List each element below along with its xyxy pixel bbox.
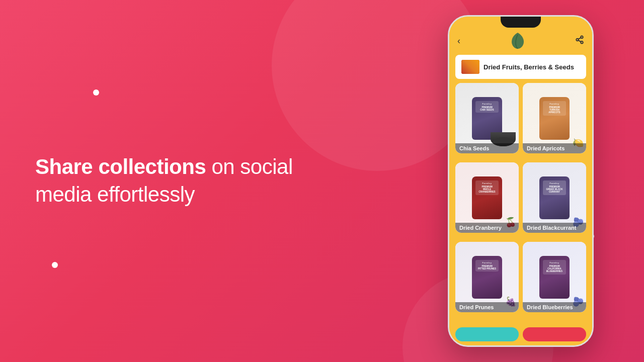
hero-headline: Share collections on socialmedia effortl… (35, 153, 293, 208)
product-card-dried-prunes[interactable]: Farmley PREMIUMPITTED PRUNES 🍇 Dried Pru… (455, 242, 519, 312)
product-name-chia: Chia Seeds (455, 143, 519, 153)
product-card-dried-blackcurrant[interactable]: Farmley PREMIUMGREEK BLACKCURRANT 🫐 Drie… (523, 162, 586, 233)
bottom-navigation (449, 323, 592, 345)
svg-line-3 (578, 40, 581, 42)
svg-rect-7 (470, 62, 478, 72)
svg-line-4 (578, 37, 581, 39)
app-screen: ‹ (449, 17, 592, 345)
product-name-cranberry: Dried Cranberry (455, 223, 519, 233)
bottom-btn-1[interactable] (455, 327, 519, 341)
category-banner: Dried Fruits, Berries & Seeds (455, 55, 586, 79)
product-card-dried-cranberry[interactable]: Farmley PREMIUMWHOLECRANBERRIES 🍒 Dried … (455, 162, 519, 233)
products-grid: Farmley PREMIUMCHIA SEEDS Chia Seeds (449, 83, 592, 323)
leaf-logo-icon (511, 32, 525, 50)
product-image-cranberry: Farmley PREMIUMWHOLECRANBERRIES 🍒 (455, 162, 519, 233)
product-name-prunes: Dried Prunes (455, 302, 519, 312)
back-button[interactable]: ‹ (457, 36, 460, 46)
product-image-blackcurrant: Farmley PREMIUMGREEK BLACKCURRANT 🫐 (523, 162, 586, 233)
hero-content: Share collections on socialmedia effortl… (35, 153, 293, 208)
product-bag-blueberries: Farmley PREMIUMCALIFORNIABLUEBERRIES (539, 256, 570, 299)
product-image-apricots: Farmley PREMIUMTURKISHAPRICOTS 🍋 (523, 83, 586, 153)
phone-mockup: ‹ (448, 15, 594, 347)
product-bag-cranberry: Farmley PREMIUMWHOLECRANBERRIES (472, 176, 502, 219)
phone-notch (501, 17, 541, 28)
share-button[interactable] (575, 35, 584, 47)
product-image-chia: Farmley PREMIUMCHIA SEEDS (455, 83, 519, 153)
product-bag-blackcurrant: Farmley PREMIUMGREEK BLACKCURRANT (539, 176, 570, 219)
svg-rect-6 (462, 61, 469, 73)
app-logo (511, 32, 525, 50)
decorative-dot-2 (52, 262, 58, 268)
product-card-dried-apricots[interactable]: Farmley PREMIUMTURKISHAPRICOTS 🍋 Dried A… (523, 83, 586, 153)
phone-frame: ‹ (448, 15, 594, 347)
product-card-dried-blueberries[interactable]: Farmley PREMIUMCALIFORNIABLUEBERRIES 🫐 D… (523, 242, 586, 312)
product-name-blueberries: Dried Blueberries (523, 302, 586, 312)
category-title: Dried Fruits, Berries & Seeds (484, 63, 574, 71)
product-name-apricots: Dried Apricots (523, 143, 586, 153)
svg-rect-5 (461, 60, 479, 74)
product-name-blackcurrant: Dried Blackcurrant (523, 223, 586, 233)
product-bag-apricots: Farmley PREMIUMTURKISHAPRICOTS (539, 97, 570, 140)
bottom-btn-2[interactable] (523, 327, 586, 341)
hero-headline-bold: Share collections (35, 155, 206, 178)
product-image-prunes: Farmley PREMIUMPITTED PRUNES 🍇 (455, 242, 519, 312)
category-thumbnail (461, 60, 479, 74)
product-card-chia-seeds[interactable]: Farmley PREMIUMCHIA SEEDS Chia Seeds (455, 83, 519, 153)
product-image-blueberries: Farmley PREMIUMCALIFORNIABLUEBERRIES 🫐 (523, 242, 586, 312)
decorative-dot-1 (93, 89, 99, 96)
product-bag-prunes: Farmley PREMIUMPITTED PRUNES (472, 256, 502, 299)
